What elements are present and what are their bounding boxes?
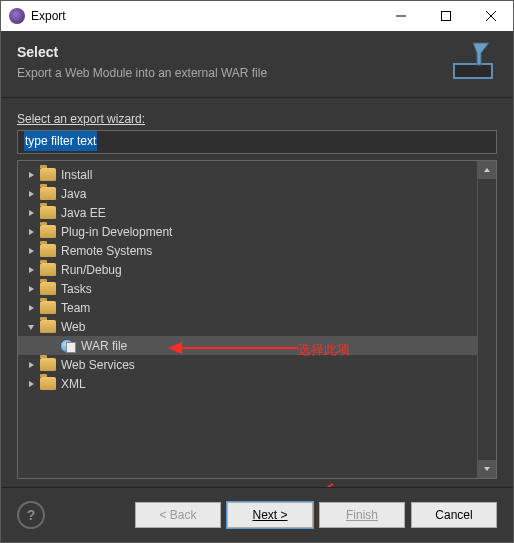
- window-title: Export: [31, 9, 378, 23]
- help-button[interactable]: ?: [17, 501, 45, 529]
- eclipse-icon: [9, 8, 25, 24]
- tree-item-xml[interactable]: XML: [18, 374, 478, 393]
- filter-input[interactable]: type filter text: [17, 130, 497, 154]
- expand-icon[interactable]: [24, 377, 38, 391]
- tree-item-java[interactable]: Java: [18, 184, 478, 203]
- tree-item-plug-in-development[interactable]: Plug-in Development: [18, 222, 478, 241]
- folder-icon: [40, 282, 56, 295]
- wizard-label: Select an export wizard:: [17, 112, 497, 126]
- tree-item-label: WAR file: [81, 339, 127, 353]
- folder-icon: [40, 320, 56, 333]
- dialog-header: Select Export a Web Module into an exter…: [1, 31, 513, 98]
- collapse-icon[interactable]: [24, 320, 38, 334]
- svg-rect-0: [441, 12, 450, 21]
- filter-text: type filter text: [24, 131, 97, 151]
- expand-icon[interactable]: [24, 168, 38, 182]
- tree-item-label: Plug-in Development: [61, 225, 172, 239]
- folder-icon: [40, 225, 56, 238]
- tree-item-war-file[interactable]: WAR file: [18, 336, 478, 355]
- tree-item-team[interactable]: Team: [18, 298, 478, 317]
- tree-item-label: Tasks: [61, 282, 92, 296]
- tree-item-label: Remote Systems: [61, 244, 152, 258]
- tree-item-tasks[interactable]: Tasks: [18, 279, 478, 298]
- folder-icon: [40, 377, 56, 390]
- tree-item-label: Run/Debug: [61, 263, 122, 277]
- next-button[interactable]: Next >: [227, 502, 313, 528]
- expand-icon[interactable]: [24, 206, 38, 220]
- tree-item-remote-systems[interactable]: Remote Systems: [18, 241, 478, 260]
- expand-icon[interactable]: [24, 187, 38, 201]
- expand-icon[interactable]: [24, 244, 38, 258]
- folder-icon: [40, 301, 56, 314]
- dialog-body: Select an export wizard: type filter tex…: [1, 98, 513, 487]
- tree-item-install[interactable]: Install: [18, 165, 478, 184]
- tree-item-label: Web Services: [61, 358, 135, 372]
- tree-item-label: Java EE: [61, 206, 106, 220]
- expand-icon[interactable]: [24, 301, 38, 315]
- scroll-down-button[interactable]: [478, 460, 496, 478]
- tree-item-web[interactable]: Web: [18, 317, 478, 336]
- header-subtitle: Export a Web Module into an external WAR…: [17, 66, 445, 80]
- titlebar: Export: [1, 1, 513, 31]
- tree-item-label: Java: [61, 187, 86, 201]
- scroll-up-button[interactable]: [478, 161, 496, 179]
- export-icon: [445, 41, 497, 83]
- window-controls: [378, 1, 513, 31]
- tree-item-java-ee[interactable]: Java EE: [18, 203, 478, 222]
- expand-icon[interactable]: [44, 339, 58, 353]
- tree-item-label: Team: [61, 301, 90, 315]
- expand-icon[interactable]: [24, 282, 38, 296]
- minimize-button[interactable]: [378, 1, 423, 31]
- cancel-button[interactable]: Cancel: [411, 502, 497, 528]
- back-button[interactable]: < Back: [135, 502, 221, 528]
- folder-icon: [40, 358, 56, 371]
- finish-button[interactable]: Finish: [319, 502, 405, 528]
- expand-icon[interactable]: [24, 263, 38, 277]
- folder-icon: [40, 263, 56, 276]
- folder-icon: [40, 187, 56, 200]
- wizard-tree: InstallJavaJava EEPlug-in DevelopmentRem…: [17, 160, 497, 479]
- dialog-footer: ? < Back Next > Finish Cancel: [1, 487, 513, 542]
- close-button[interactable]: [468, 1, 513, 31]
- war-file-icon: [60, 339, 76, 353]
- tree-item-web-services[interactable]: Web Services: [18, 355, 478, 374]
- folder-icon: [40, 244, 56, 257]
- folder-icon: [40, 206, 56, 219]
- tree-item-label: Web: [61, 320, 85, 334]
- tree-viewport[interactable]: InstallJavaJava EEPlug-in DevelopmentRem…: [18, 161, 478, 478]
- tree-item-run-debug[interactable]: Run/Debug: [18, 260, 478, 279]
- maximize-button[interactable]: [423, 1, 468, 31]
- expand-icon[interactable]: [24, 358, 38, 372]
- expand-icon[interactable]: [24, 225, 38, 239]
- vertical-scrollbar[interactable]: [477, 161, 496, 478]
- tree-item-label: XML: [61, 377, 86, 391]
- scroll-track[interactable]: [478, 179, 496, 460]
- tree-item-label: Install: [61, 168, 92, 182]
- header-title: Select: [17, 44, 445, 60]
- folder-icon: [40, 168, 56, 181]
- export-dialog: Export Select Export a Web Module into a…: [0, 0, 514, 543]
